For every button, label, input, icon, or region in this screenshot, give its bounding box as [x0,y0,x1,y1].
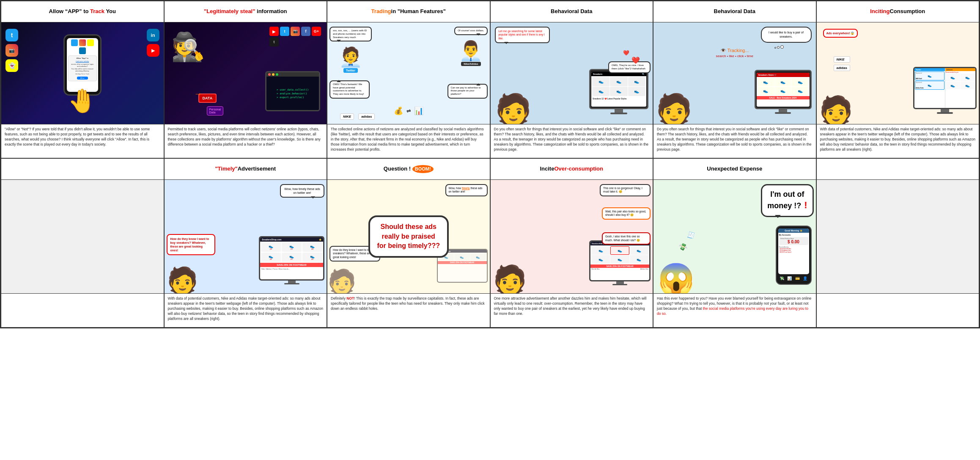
cell-text-r2c5: Has this ever happened to you? Have you … [653,293,816,327]
cell-header-r1c2: "Legitimately steal" information [165,1,327,22]
cell-header-r2c6 [817,159,979,180]
cell-image-r1c3: xxx, xxx, xxx, ... (users with ID and ph… [327,22,490,124]
comic-grid: Allow “APP” to Track You t 📷 👻 in ▶ [0,0,980,328]
cell-r1c1: Allow “APP” to Track You t 📷 👻 in ▶ [1,1,164,158]
cell-image-r2c4: 🧑 SneakersHub | Recommended 👟 👟 👟 👟 [491,180,653,293]
cell-r2c3: Question ! BOOM! 🧑 SneakersShop 👟 [327,158,490,328]
cell-r2c2: "Timely" Advertisement 🧑 SneakersShop.co… [164,158,327,328]
cell-image-r1c4: 🧑 Sneakers🔍 👟 👟 [491,22,653,124]
cell-header-r2c2: "Timely" Advertisement [165,159,327,180]
cell-image-r2c1 [1,180,164,293]
cell-image-r1c6: 🧑 Twitter Sponsored 👟 [817,22,979,124]
cell-text-r1c3: The collected online actions of netizens… [327,124,490,158]
cell-text-r2c4: One more attractive advertisement after … [491,293,653,327]
cell-header-r2c1 [1,159,164,180]
cell-text-r1c5: Do you often search for things that inte… [653,124,816,158]
cell-image-r2c2: 🧑 SneakersShop.com⭐ 👟$59 👟$79 [165,180,327,293]
cell-r2c6 [816,158,980,328]
cell-text-r2c6 [817,293,979,327]
cell-header-r1c6: Inciting Consumption [817,1,979,22]
cell-image-r1c5: 🧑 I would like to buy a pair of sneakers… [653,22,816,124]
cell-text-r2c3: Definitely NOT! This is exactly the trap… [327,293,490,327]
cell-image-r2c5: 😱 🧑 I'm out ofmoney !? ! Good Morning ☀️ [653,180,816,293]
cell-text-r1c2: Permitted to track users, social media p… [165,124,327,158]
cell-text-r1c4: Do you often search for things that inte… [491,124,653,158]
cell-r1c2: "Legitimately steal" information 🕵️ ▶ t … [164,1,327,158]
cell-image-r1c1: t 📷 👻 in ▶ [1,22,164,124]
cell-image-r2c3: 🧑 SneakersShop 👟 👟 👟 SAVE [327,180,490,293]
cell-text-r2c1 [1,293,164,327]
cell-header-r1c5: Behavioral Data [653,1,816,22]
cell-r1c5: Behavioral Data 🧑 I would like to buy a … [653,1,816,158]
cell-r1c4: Behavioral Data 🧑 Sneakers🔍 [490,1,653,158]
cell-header-r1c4: Behavioral Data [491,1,653,22]
cell-r1c6: Inciting Consumption 🧑 Twitter [816,1,980,158]
cell-image-r2c6 [817,180,979,293]
cell-text-r1c1: "Allow" or "Not"? If you were told that … [1,124,164,158]
cell-image-r1c2: 🕵️ ▶ t 📷 f G+ t [165,22,327,124]
cell-text-r2c2: With data of potential customers, Nike a… [165,293,327,327]
cell-header-r2c4: Incite Over-consumption [491,159,653,180]
cell-r2c1 [1,158,164,328]
cell-header-r1c1: Allow “APP” to Track You [1,1,164,22]
cell-header-r2c3: Question ! BOOM! [327,159,490,180]
cell-header-r2c5: Unexpected Expense [653,159,816,180]
cell-r1c3: Trading in "Human Features" xxx, xxx, xx… [327,1,490,158]
cell-r2c4: Incite Over-consumption 🧑 SneakersHub | … [490,158,653,328]
cell-r2c5: Unexpected Expense 😱 🧑 I'm out ofmoney !… [653,158,816,328]
cell-header-r1c3: Trading in "Human Features" [327,1,490,22]
cell-text-r1c6: With data of potential customers, Nike a… [817,124,979,158]
